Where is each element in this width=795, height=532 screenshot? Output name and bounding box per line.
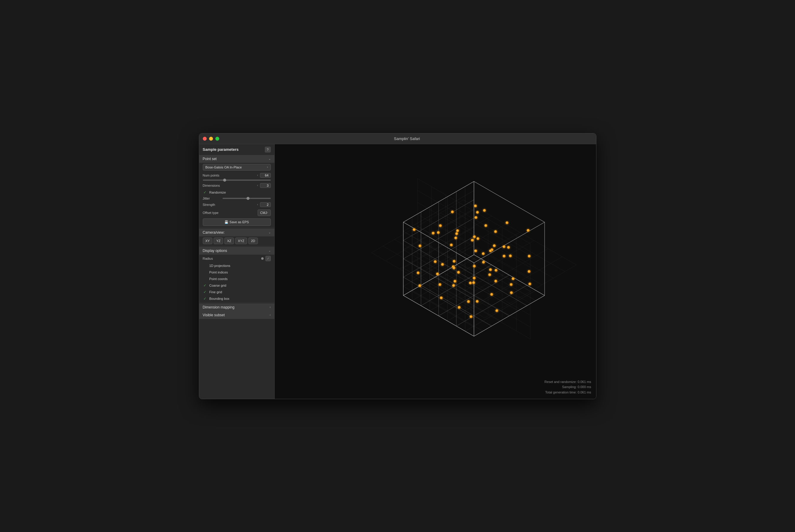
1d-projections-label: 1D projections — [210, 264, 230, 267]
stats-overlay: Reset and randomize: 0.061 ms Sampling: … — [545, 379, 591, 395]
dims-arrow: ‹ — [257, 184, 258, 187]
num-points-slider[interactable] — [199, 179, 274, 182]
point-set-label: Point set — [203, 157, 217, 161]
num-points-track[interactable] — [203, 179, 271, 181]
display-options-chevron: ⌄ — [268, 249, 271, 252]
divider-2 — [199, 246, 274, 246]
reset-stat: Reset and randomize: 0.061 ms — [545, 379, 591, 385]
titlebar: Samplin' Safari — [199, 133, 596, 144]
point-set-section-header[interactable]: Point set ⌄ — [199, 155, 274, 163]
num-points-label: Num points — [203, 173, 255, 177]
coarse-grid-label: Coarse grid — [210, 284, 227, 287]
point-coords-row[interactable]: ✓ Point coords — [199, 276, 274, 282]
bounding-box-row[interactable]: ✓ Bounding box — [199, 295, 274, 302]
radius-expand-button[interactable]: ⤢ — [266, 256, 271, 261]
randomize-check[interactable]: ✓ — [203, 190, 207, 194]
camera-xz-button[interactable]: XZ — [224, 238, 234, 244]
strength-value[interactable]: 2 — [260, 202, 271, 207]
randomize-row[interactable]: ✓ Randomize — [199, 189, 274, 196]
camera-section-header[interactable]: Camera/view: ⌄ — [199, 229, 274, 236]
point-indices-label: Point indices — [210, 270, 228, 274]
close-button[interactable] — [203, 137, 207, 140]
jitter-label: Jitter — [203, 196, 221, 200]
bounding-box-label: Bounding box — [210, 297, 230, 300]
maximize-button[interactable] — [215, 137, 219, 140]
method-arrow: › — [267, 166, 268, 169]
num-points-thumb[interactable] — [223, 178, 226, 182]
dimension-mapping-header[interactable]: Dimension mapping ‹ — [199, 303, 274, 311]
jitter-thumb[interactable] — [247, 197, 250, 200]
offset-type-row: Offset type CMJ › — [199, 208, 274, 217]
dimensions-value[interactable]: 3 — [260, 183, 271, 188]
sidebar-title: Sample parameters — [203, 147, 239, 152]
minimize-button[interactable] — [209, 137, 213, 140]
dimensions-label: Dimensions — [203, 184, 255, 187]
1d-projections-row[interactable]: ✓ 1D projections — [199, 262, 274, 269]
camera-xy-button[interactable]: XY — [203, 238, 213, 244]
fine-grid-row[interactable]: ✓ Fine grid — [199, 289, 274, 295]
method-label: Bose-Galois OA In-Place — [205, 166, 242, 169]
divider-1 — [199, 228, 274, 228]
camera-2d-button[interactable]: 2D — [248, 238, 258, 244]
bounding-box-check[interactable]: ✓ — [203, 297, 207, 301]
point-coords-label: Point coords — [210, 277, 228, 281]
display-options-label: Display options — [203, 249, 227, 253]
camera-buttons: XY YZ XZ XYZ 2D — [199, 236, 274, 245]
visible-subset-chevron: ‹ — [270, 313, 271, 317]
display-options-section-header[interactable]: Display options ⌄ — [199, 247, 274, 254]
num-points-row: Num points ‹ 64 — [199, 172, 274, 179]
offset-type-label: Offset type — [203, 211, 256, 214]
visible-subset-header[interactable]: Visible subset ‹ — [199, 311, 274, 319]
point-coords-check[interactable]: ✓ — [203, 277, 207, 281]
visible-subset-label: Visible subset — [203, 313, 225, 317]
offset-type-dropdown[interactable]: CMJ › — [258, 209, 271, 216]
coarse-grid-check[interactable]: ✓ — [203, 283, 207, 287]
dimensions-row: Dimensions ‹ 3 — [199, 182, 274, 189]
method-dropdown[interactable]: Bose-Galois OA In-Place › — [203, 164, 271, 171]
offset-type-arrow: › — [267, 211, 268, 214]
save-eps-label: 💾 Save as EPS — [224, 220, 249, 224]
radius-dot — [261, 257, 264, 260]
dimension-mapping-label: Dimension mapping — [203, 305, 235, 309]
randomize-label: Randomize — [210, 191, 226, 194]
offset-type-value: CMJ — [260, 211, 267, 214]
window-title: Samplin' Safari — [222, 136, 593, 141]
fine-grid-label: Fine grid — [210, 290, 222, 294]
content-area: Sample parameters ? Point set ⌄ Bose-Gal… — [199, 144, 596, 399]
strength-row: Strength ‹ 2 — [199, 201, 274, 208]
main-canvas[interactable] — [275, 144, 596, 399]
strength-label: Strength — [203, 203, 255, 207]
coarse-grid-row[interactable]: ✓ Coarse grid — [199, 282, 274, 289]
sampling-stat: Sampling: 0.000 ms — [545, 384, 591, 390]
total-stat: Total generation time: 0.061 ms — [545, 390, 591, 395]
strength-arrow: ‹ — [257, 203, 258, 206]
save-eps-button[interactable]: 💾 Save as EPS — [203, 218, 271, 226]
1d-projections-check[interactable]: ✓ — [203, 264, 207, 268]
viewport[interactable]: Reset and randomize: 0.061 ms Sampling: … — [275, 144, 596, 399]
point-indices-row[interactable]: ✓ Point indices — [199, 269, 274, 276]
jitter-slider[interactable] — [222, 198, 271, 199]
camera-chevron: ⌄ — [268, 231, 271, 234]
fine-grid-check[interactable]: ✓ — [203, 290, 207, 294]
camera-label: Camera/view: — [203, 230, 225, 234]
radius-label: Radius — [203, 257, 259, 260]
num-points-value[interactable]: 64 — [260, 173, 271, 178]
main-window: Samplin' Safari Sample parameters ? Poin… — [199, 133, 596, 399]
radius-row: Radius ⤢ — [199, 254, 274, 262]
point-indices-check[interactable]: ✓ — [203, 270, 207, 274]
sidebar: Sample parameters ? Point set ⌄ Bose-Gal… — [199, 144, 275, 399]
camera-xyz-button[interactable]: XYZ — [235, 238, 247, 244]
dimension-mapping-chevron: ‹ — [270, 305, 271, 309]
camera-yz-button[interactable]: YZ — [214, 238, 223, 244]
jitter-row: Jitter — [199, 196, 274, 201]
sidebar-header: Sample parameters ? — [199, 144, 274, 155]
help-button[interactable]: ? — [265, 147, 271, 153]
point-set-chevron: ⌄ — [268, 157, 271, 160]
num-points-arrow: ‹ — [257, 173, 258, 177]
